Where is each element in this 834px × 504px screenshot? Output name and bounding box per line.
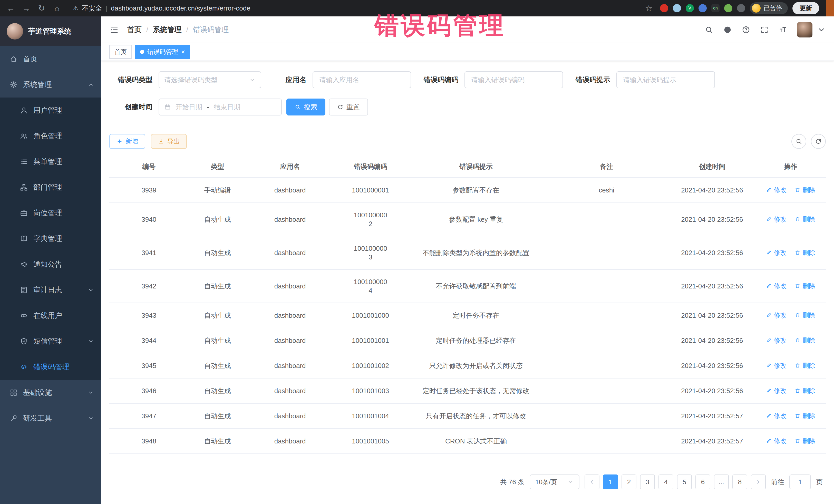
wrench-icon — [10, 414, 18, 422]
table-row: 3947自动生成dashboard1001001004只有开启状态的任务，才可以… — [109, 403, 826, 429]
page-button-2[interactable]: 2 — [621, 475, 636, 489]
row-edit-button[interactable]: 修改 — [766, 282, 787, 290]
row-delete-button[interactable]: 删除 — [795, 311, 815, 320]
row-delete-button[interactable]: 删除 — [795, 215, 815, 223]
row-delete-button[interactable]: 删除 — [795, 185, 815, 194]
user-avatar[interactable] — [797, 22, 812, 38]
date-range-picker[interactable]: 开始日期 - 结束日期 — [159, 98, 282, 115]
page-button-8[interactable]: 8 — [732, 475, 747, 489]
forward-button[interactable]: → — [20, 2, 33, 15]
row-edit-button[interactable]: 修改 — [766, 386, 787, 395]
fullscreen-icon[interactable] — [760, 25, 769, 34]
chevron-down-icon[interactable] — [817, 25, 826, 34]
error-code-table: 编号类型应用名错误码编码错误码提示备注创建时间操作 3939手动编辑dashbo… — [109, 156, 826, 454]
more-pages-button[interactable]: ... — [714, 475, 729, 489]
extension-pin-icon[interactable] — [737, 4, 745, 12]
page-button-3[interactable]: 3 — [640, 475, 655, 489]
github-icon[interactable] — [723, 25, 732, 34]
add-button[interactable]: 新增 — [109, 134, 145, 149]
row-delete-button[interactable]: 删除 — [795, 248, 815, 257]
toggle-search-button[interactable] — [791, 134, 806, 149]
sidebar-item-infrastructure[interactable]: 基础设施 — [0, 380, 101, 406]
extension-on-icon[interactable]: on — [711, 4, 720, 12]
sidebar-item-dept-management[interactable]: 部门管理 — [0, 175, 101, 200]
row-delete-button[interactable]: 删除 — [795, 437, 815, 445]
breadcrumb-item[interactable]: 首页 — [127, 25, 142, 35]
sidebar-item-user-management[interactable]: 用户管理 — [0, 97, 101, 123]
app-logo[interactable]: 芋道管理系统 — [0, 17, 101, 46]
row-delete-button[interactable]: 删除 — [795, 361, 815, 370]
row-edit-button[interactable]: 修改 — [766, 185, 787, 194]
address-bar[interactable]: ⚠ 不安全 | dashboard.yudao.iocoder.cn/syste… — [73, 4, 250, 13]
tab-home[interactable]: 首页 — [109, 45, 132, 59]
row-edit-button[interactable]: 修改 — [766, 311, 787, 320]
home-button[interactable]: ⌂ — [50, 2, 64, 15]
extension-v-icon[interactable]: V — [686, 4, 694, 12]
error-code-input[interactable] — [464, 71, 563, 88]
back-button[interactable]: ← — [4, 2, 18, 15]
row-edit-button[interactable]: 修改 — [766, 248, 787, 257]
record-indicator-icon[interactable] — [660, 4, 668, 12]
filter-code-label: 错误码编码 — [411, 75, 464, 84]
table-row: 3940自动生成dashboard100100000 2参数配置 key 重复2… — [109, 203, 826, 236]
sidebar-item-system-management[interactable]: 系统管理 — [0, 72, 101, 97]
sidebar-item-dict-management[interactable]: 字典管理 — [0, 226, 101, 251]
sidebar-item-online-users[interactable]: 在线用户 — [0, 303, 101, 328]
top-navbar: 首页/系统管理/错误码管理 — [101, 17, 834, 43]
goto-page-input[interactable] — [789, 475, 811, 489]
app-name-input[interactable] — [312, 71, 411, 88]
help-icon[interactable] — [742, 25, 750, 34]
sidebar-item-sms-management[interactable]: 短信管理 — [0, 328, 101, 354]
font-size-icon[interactable] — [778, 25, 787, 34]
refresh-table-button[interactable] — [811, 134, 826, 149]
hamburger-icon[interactable] — [109, 25, 119, 35]
toolbar-right — [791, 134, 826, 149]
row-edit-button[interactable]: 修改 — [766, 215, 787, 223]
tab-close-icon[interactable]: × — [181, 48, 185, 55]
row-delete-button[interactable]: 删除 — [795, 411, 815, 420]
sidebar-item-menu-management[interactable]: 菜单管理 — [0, 149, 101, 175]
prev-page-button[interactable] — [585, 475, 599, 489]
bookmark-star-icon[interactable]: ☆ — [642, 2, 655, 15]
sidebar-item-role-management[interactable]: 角色管理 — [0, 123, 101, 149]
breadcrumb-item[interactable]: 系统管理 — [153, 25, 182, 35]
cell-app: dashboard — [247, 303, 334, 328]
reset-button[interactable]: 重置 — [329, 98, 368, 115]
row-edit-button[interactable]: 修改 — [766, 437, 787, 445]
cell-app: dashboard — [247, 203, 334, 236]
megaphone-icon — [20, 261, 28, 268]
extension-drop-icon[interactable] — [673, 4, 681, 12]
error-hint-input[interactable] — [616, 71, 715, 88]
sidebar-item-home[interactable]: 首页 — [0, 46, 101, 72]
sidebar-item-notice-announcement[interactable]: 通知公告 — [0, 251, 101, 277]
page-button-1[interactable]: 1 — [603, 475, 618, 489]
row-delete-button[interactable]: 删除 — [795, 336, 815, 345]
export-button[interactable]: 导出 — [151, 134, 187, 149]
error-type-select[interactable]: 请选择错误码类型 — [159, 71, 261, 88]
page-size-select[interactable]: 10条/页 — [530, 475, 579, 489]
next-page-button[interactable] — [751, 475, 766, 489]
tab-error-code-management[interactable]: 错误码管理× — [135, 45, 190, 59]
search-icon[interactable] — [705, 25, 714, 34]
update-button[interactable]: 更新 — [792, 2, 819, 14]
sidebar-item-post-management[interactable]: 岗位管理 — [0, 200, 101, 226]
cell-id: 3940 — [109, 203, 188, 236]
page-button-6[interactable]: 6 — [696, 475, 710, 489]
row-delete-button[interactable]: 删除 — [795, 282, 815, 290]
row-delete-button[interactable]: 删除 — [795, 386, 815, 395]
profile-chip[interactable]: 已暂停 — [750, 2, 788, 14]
sidebar-item-dev-tools[interactable]: 研发工具 — [0, 406, 101, 431]
extension-grid-icon[interactable] — [699, 4, 707, 12]
reload-button[interactable]: ↻ — [35, 2, 48, 15]
sidebar-item-audit-log[interactable]: 审计日志 — [0, 277, 101, 303]
row-edit-button[interactable]: 修改 — [766, 361, 787, 370]
search-button[interactable]: 搜索 — [286, 98, 325, 115]
page-button-4[interactable]: 4 — [658, 475, 673, 489]
cell-actions: 修改删除 — [755, 303, 826, 328]
row-edit-button[interactable]: 修改 — [766, 336, 787, 345]
row-edit-button[interactable]: 修改 — [766, 411, 787, 420]
page-button-5[interactable]: 5 — [677, 475, 692, 489]
sidebar-item-error-code-management[interactable]: 错误码管理 — [0, 354, 101, 380]
extension-green-icon[interactable] — [724, 4, 732, 12]
cell-time: 2021-04-20 23:52:56 — [668, 303, 755, 328]
